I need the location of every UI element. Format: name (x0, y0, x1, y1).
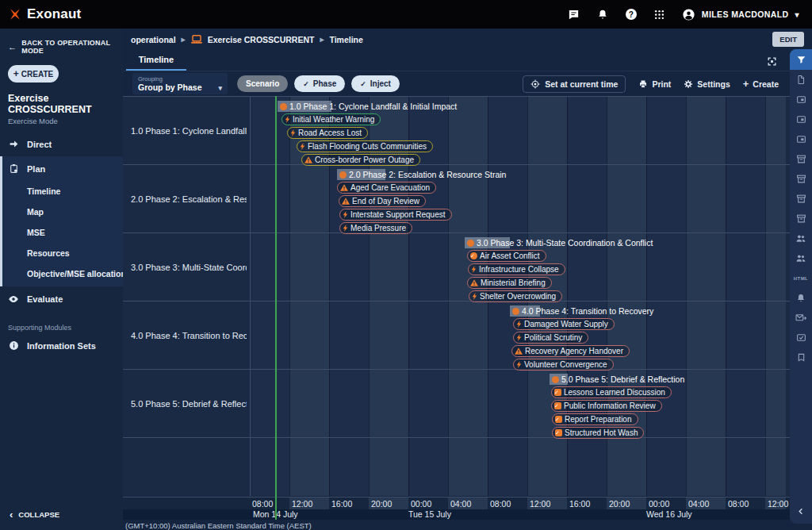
phase-bar-label: 3.0 Phase 3: Multi-State Coordination & … (477, 238, 653, 248)
inject-pill[interactable]: Road Access Lost (287, 127, 368, 139)
filter-icon[interactable] (790, 49, 812, 70)
create-inject-button[interactable]: Create (743, 78, 779, 90)
help-icon[interactable] (626, 9, 637, 20)
html-icon[interactable]: HTML (790, 268, 812, 288)
sidebar-item-map[interactable]: Map (0, 202, 123, 222)
chip-inject[interactable]: Inject (351, 75, 400, 92)
card-icon[interactable] (790, 129, 812, 149)
notifications-bell-icon[interactable] (597, 9, 608, 21)
archive-icon[interactable] (790, 169, 812, 189)
tab-bar: Timeline (123, 50, 790, 71)
edit-button[interactable]: EDIT (772, 32, 804, 47)
inject-pill[interactable]: Political Scrutiny (513, 332, 588, 344)
chat-icon[interactable] (568, 9, 580, 21)
settings-button[interactable]: Settings (684, 79, 730, 89)
rail-collapse-chevron-left-icon[interactable] (797, 507, 806, 516)
user-menu[interactable]: MILES MACDONALD (682, 8, 799, 21)
sidebar-item-direct[interactable]: Direct (0, 132, 123, 156)
inject-pill[interactable]: Infrastructure Collapse (468, 263, 565, 275)
square-check-icon (555, 416, 562, 423)
inject-pill[interactable]: Flash Flooding Cuts Communities (297, 140, 433, 152)
inject-pill[interactable]: Volunteer Convergence (513, 359, 614, 371)
inject-label: Shelter Overcrowding (480, 292, 556, 301)
axis-tick-label: 12:00 (530, 499, 550, 509)
warning-icon (304, 156, 312, 163)
inject-pill[interactable]: Cross-border Power Outage (301, 154, 420, 166)
chip-phase[interactable]: Phase (294, 75, 345, 92)
card-icon[interactable] (790, 109, 812, 129)
inject-pill[interactable]: Report Preparation (552, 413, 638, 425)
phase-bar[interactable]: 1.0 Phase 1: Cyclone Landfall & Initial … (279, 101, 457, 112)
app-window: Exonaut MILES MACDONALD EDIT (0, 0, 812, 530)
current-time-marker[interactable] (275, 96, 277, 520)
users-icon[interactable] (790, 248, 812, 268)
tab-timeline[interactable]: Timeline (126, 50, 186, 71)
sidebar-collapse-button[interactable]: COLLAPSE (0, 499, 123, 530)
inject-pill[interactable]: Aged Care Evacuation (337, 182, 436, 194)
chip-scenario[interactable]: Scenario (237, 75, 288, 92)
phase-bar[interactable]: 5.0 Phase 5: Debrief & Reflection (551, 374, 684, 385)
sidebar-item-objective-mse-allocation[interactable]: Objective/MSE allocation (0, 263, 123, 284)
archive-icon[interactable] (790, 149, 812, 169)
inject-pill[interactable]: Interstate Support Request (339, 209, 452, 221)
warning-icon (515, 348, 523, 355)
sidebar-item-label: Plan (27, 164, 45, 174)
sidebar-item-timeline[interactable]: Timeline (0, 181, 123, 202)
content-shell: BACK TO OPERATIONAL MODE CREATE Exercise… (0, 29, 812, 530)
bolt-icon (300, 142, 305, 151)
toolbar-actions: Set at current time Print Settings (523, 75, 779, 93)
inject-pill[interactable]: Ministerial Briefing (467, 277, 552, 289)
fullscreen-icon[interactable] (767, 56, 777, 67)
printer-icon (638, 79, 648, 89)
inject-pill[interactable]: Structured Hot Wash (552, 427, 644, 439)
sidebar-item-information-sets[interactable]: Information Sets (0, 333, 123, 358)
bell-icon[interactable] (790, 288, 812, 308)
right-icon-rail: HTML (790, 49, 812, 524)
inject-pill[interactable]: Damaged Water Supply (513, 318, 615, 330)
apps-grid-icon[interactable] (654, 10, 665, 20)
archive-icon[interactable] (790, 209, 812, 229)
back-to-operational-mode[interactable]: BACK TO OPERATIONAL MODE (0, 29, 123, 58)
inject-pill[interactable]: Media Pressure (339, 222, 412, 234)
axis-tick-label: 00:00 (411, 499, 431, 509)
mail-forward-icon[interactable] (790, 308, 812, 328)
phase-bar-label: 2.0 Phase 2: Escalation & Resource Strai… (349, 170, 506, 179)
grouping-select[interactable]: Grouping Group by Phase (132, 73, 228, 94)
archive-icon[interactable] (790, 189, 812, 209)
inject-pill[interactable]: Shelter Overcrowding (469, 290, 562, 302)
breadcrumb-root[interactable]: operational (131, 35, 176, 44)
exercise-icon (191, 35, 202, 44)
sidebar-item-mse[interactable]: MSE (0, 222, 123, 243)
inject-pill[interactable]: Public Information Review (551, 400, 662, 412)
set-at-current-time-button[interactable]: Set at current time (523, 75, 626, 93)
inject-label: Media Pressure (350, 224, 406, 232)
print-button[interactable]: Print (638, 79, 671, 89)
create-button[interactable]: CREATE (8, 65, 59, 83)
card-check-icon[interactable] (790, 328, 812, 348)
axis-day-label: Tue 15 July (408, 509, 451, 520)
inject-pill[interactable]: Initial Weather Warning (282, 113, 381, 125)
file-icon[interactable] (790, 70, 812, 90)
phase-bar-label: 5.0 Phase 5: Debrief & Reflection (561, 374, 684, 384)
inject-pill[interactable]: Lessons Learned Discussion (551, 386, 672, 398)
inject-pill[interactable]: Air Asset Conflict (467, 250, 546, 262)
users-icon[interactable] (790, 229, 812, 248)
phase-bar[interactable]: 2.0 Phase 2: Escalation & Resource Strai… (339, 169, 506, 180)
sidebar-item-evaluate[interactable]: Evaluate (0, 286, 123, 312)
bolt-icon (471, 265, 477, 274)
breadcrumb: operational Exercise CROSSCURRENT Timeli… (123, 29, 790, 50)
inject-pill[interactable]: Recovery Agency Handover (511, 345, 630, 357)
sidebar-item-plan[interactable]: Plan (0, 156, 123, 181)
inject-pill[interactable]: End of Day Review (339, 195, 426, 207)
phase-bar[interactable]: 3.0 Phase 3: Multi-State Coordination & … (466, 237, 653, 248)
breadcrumb-exercise[interactable]: Exercise CROSSCURRENT (208, 35, 315, 44)
inject-label: Volunteer Convergence (524, 360, 607, 369)
circle-check-icon (470, 252, 477, 259)
book-icon[interactable] (790, 348, 812, 367)
sidebar-item-resources[interactable]: Resources (0, 243, 123, 263)
arrow-right-icon (8, 139, 19, 149)
bolt-icon (516, 320, 522, 328)
left-sidebar: BACK TO OPERATIONAL MODE CREATE Exercise… (0, 29, 123, 530)
card-icon[interactable] (790, 90, 812, 109)
phase-bar[interactable]: 4.0 Phase 4: Transition to Recovery (511, 305, 653, 317)
